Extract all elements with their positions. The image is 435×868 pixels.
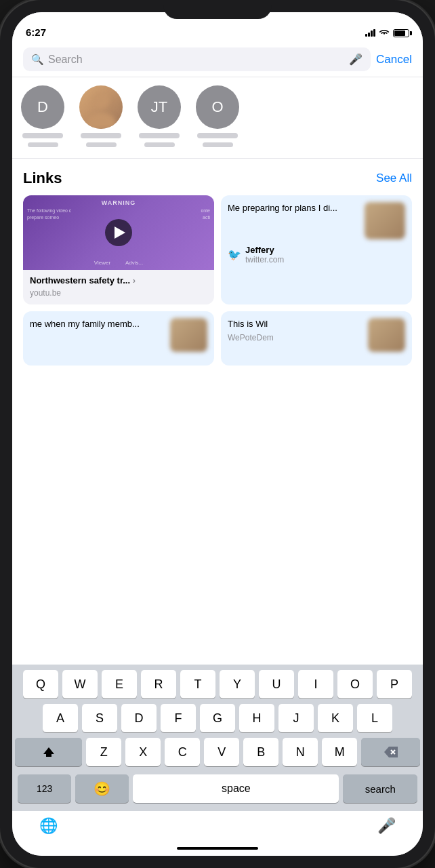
viewer-text: Viewer Advis... [23, 260, 214, 266]
notch [163, 0, 272, 19]
key-e[interactable]: E [102, 670, 137, 698]
key-p[interactable]: P [377, 670, 412, 698]
twitter-source-name: Jeffery [245, 245, 284, 255]
key-u[interactable]: U [259, 670, 294, 698]
key-b[interactable]: B [243, 738, 278, 766]
avatar-d: D [21, 85, 64, 129]
links-grid: WARNING The following video cprepare som… [23, 195, 412, 366]
avatar-initial-o: O [211, 98, 223, 116]
key-z[interactable]: Z [86, 738, 121, 766]
twitter-text-content: Me preparing for plans I di... [228, 202, 359, 239]
key-n[interactable]: N [283, 738, 318, 766]
key-o[interactable]: O [337, 670, 373, 698]
family-card-content: me when my family memb... [30, 318, 207, 352]
home-indicator[interactable] [12, 841, 423, 856]
key-y[interactable]: Y [220, 670, 255, 698]
video-card-domain: youtu.be [30, 288, 207, 298]
twitter-preview-text: Me preparing for plans I di... [228, 202, 359, 214]
status-icons [365, 28, 409, 38]
wil-bottom-text: This is Wil WePoteDem [228, 318, 362, 352]
phone-screen: 6:27 [12, 12, 423, 856]
key-s[interactable]: S [82, 704, 117, 732]
contact-name-line1-o [197, 133, 238, 138]
twitter-source-info: Jeffery twitter.com [245, 245, 284, 264]
keyboard-bottom-bar: 123 😊 space search [15, 772, 420, 808]
contact-name-line1-jt [139, 133, 180, 138]
link-card-video[interactable]: WARNING The following video cprepare som… [23, 195, 214, 304]
avatar-o: O [196, 85, 239, 129]
svg-point-0 [93, 92, 109, 108]
svg-marker-2 [43, 747, 54, 757]
mic-bottom-icon[interactable]: 🎤 [377, 817, 396, 835]
battery-fill [394, 31, 405, 36]
key-x[interactable]: X [125, 738, 161, 766]
key-shift[interactable] [15, 738, 82, 766]
video-play-button[interactable] [105, 219, 132, 246]
wil-preview-image [368, 318, 405, 352]
key-f[interactable]: F [161, 704, 196, 732]
phone-frame: 6:27 [0, 0, 435, 868]
family-bottom-text: me when my family memb... [30, 318, 165, 352]
signal-bar-4 [373, 29, 375, 37]
key-v[interactable]: V [204, 738, 239, 766]
avatar-jt: JT [138, 85, 181, 129]
video-warning-text: WARNING [23, 199, 214, 206]
avatar-photo-placeholder [79, 85, 123, 129]
cancel-button[interactable]: Cancel [376, 53, 412, 66]
keyboard-row-1: Q W E R T Y U I O P [15, 670, 420, 698]
key-k[interactable]: K [318, 704, 353, 732]
family-preview-text: me when my family memb... [30, 318, 165, 330]
link-card-twitter[interactable]: Me preparing for plans I di... 🐦 Jeffery… [221, 195, 412, 304]
link-card-wil[interactable]: This is Wil WePoteDem [221, 311, 412, 366]
video-card-title: Northwestern safety tr... › [30, 275, 207, 287]
key-w[interactable]: W [62, 670, 98, 698]
signal-bar-1 [365, 34, 367, 37]
key-h[interactable]: H [239, 704, 274, 732]
search-input-wrapper[interactable]: 🔍 🎤 [23, 47, 371, 71]
key-c[interactable]: C [165, 738, 200, 766]
key-space[interactable]: space [133, 774, 339, 803]
key-d[interactable]: D [121, 704, 157, 732]
key-a[interactable]: A [43, 704, 78, 732]
mic-input-icon[interactable]: 🎤 [349, 53, 362, 66]
signal-bars [365, 29, 375, 37]
keyboard-row-2: A S D F G H J K L [15, 704, 420, 732]
key-i[interactable]: I [298, 670, 333, 698]
key-numbers[interactable]: 123 [18, 774, 71, 803]
avatar-initial-jt: JT [151, 98, 167, 116]
contact-name-line2-photo [86, 142, 117, 147]
key-m[interactable]: M [322, 738, 357, 766]
twitter-source-domain: twitter.com [245, 255, 284, 264]
wil-preview-text: This is Wil [228, 318, 362, 330]
key-j[interactable]: J [278, 704, 314, 732]
key-search[interactable]: search [343, 774, 417, 803]
key-q[interactable]: Q [23, 670, 58, 698]
link-card-family[interactable]: me when my family memb... [23, 311, 214, 366]
contact-name-line2-jt [144, 142, 175, 147]
svg-point-1 [86, 113, 116, 129]
see-all-button[interactable]: See All [376, 172, 412, 185]
contact-name-line1-d [22, 133, 63, 138]
links-section: Links See All WARNING The following vide… [12, 159, 423, 665]
key-emoji[interactable]: 😊 [75, 774, 129, 803]
signal-bar-3 [371, 31, 373, 37]
contact-name-line2-o [203, 142, 233, 147]
phone-bottom-bar: 🌐 🎤 [12, 811, 423, 841]
video-thumbnail: WARNING The following video cprepare som… [23, 195, 214, 270]
globe-icon[interactable]: 🌐 [39, 817, 58, 835]
key-g[interactable]: G [200, 704, 235, 732]
video-desc-right: onteacti [201, 208, 210, 221]
contact-item-jt[interactable]: JT [136, 85, 183, 147]
links-title: Links [23, 170, 62, 187]
key-t[interactable]: T [180, 670, 215, 698]
contact-item-o[interactable]: O [194, 85, 241, 147]
avatar-photo [79, 85, 123, 129]
signal-bar-2 [368, 33, 370, 37]
search-input[interactable] [48, 54, 345, 66]
key-l[interactable]: L [357, 704, 392, 732]
key-delete[interactable] [361, 738, 420, 766]
contact-item-photo[interactable] [77, 85, 125, 147]
key-r[interactable]: R [141, 670, 176, 698]
contact-item-d[interactable]: D [19, 85, 66, 147]
family-preview-image [170, 318, 207, 352]
